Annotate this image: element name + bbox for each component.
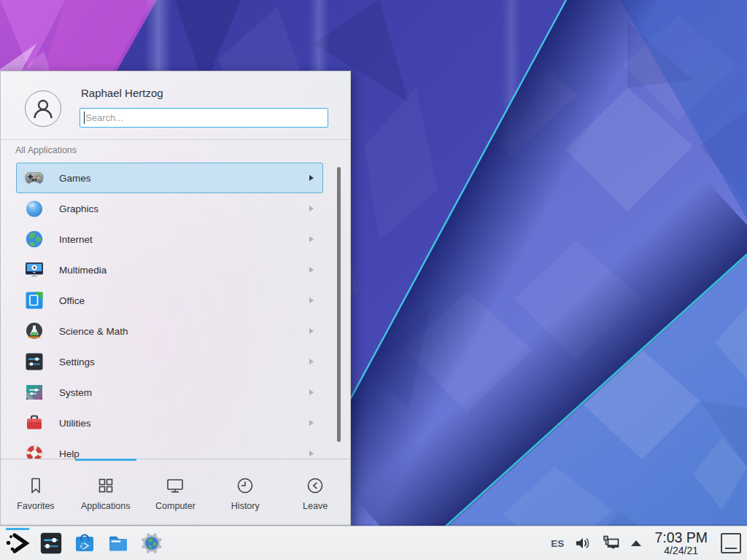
computer-monitor-icon [165,475,185,496]
category-settings[interactable]: Settings [16,346,323,377]
show-desktop-button[interactable] [721,533,741,553]
applications-grid-icon [96,475,116,496]
tab-label: Applications [81,501,130,511]
history-clock-icon [235,475,255,496]
tab-label: Favorites [17,501,54,511]
category-label: Help [59,448,294,459]
discover-store-icon [73,532,96,555]
active-tab-indicator [75,459,136,461]
category-help[interactable]: Help [16,438,323,459]
volume-icon[interactable] [574,534,592,552]
category-graphics[interactable]: Graphics [16,193,323,224]
submenu-arrow-icon [309,451,314,456]
category-label: Multimedia [59,265,294,276]
text-caret [84,112,85,124]
category-office[interactable]: Office [16,285,323,316]
science-flask-icon [25,322,44,341]
category-science-math[interactable]: Science & Math [16,316,323,346]
graphics-sphere-icon [25,199,44,218]
file-manager-icon [107,532,130,555]
wired-network-icon[interactable] [602,534,621,553]
section-label: All Applications [15,145,77,155]
tab-applications[interactable]: Applications [71,459,141,525]
category-label: Office [59,295,294,306]
submenu-arrow-icon [309,420,314,426]
digital-clock[interactable]: 7:03 PM 4/24/21 [654,530,708,556]
tab-label: Leave [303,501,328,511]
category-list: Games Graphics [1,163,350,459]
submenu-arrow-icon [309,298,314,303]
submenu-arrow-icon [309,359,314,365]
office-document-icon [25,291,44,310]
web-browser-task-button[interactable] [137,527,166,559]
games-gamepad-icon [25,168,44,187]
tab-label: History [231,501,260,511]
submenu-arrow-icon [309,389,314,395]
utilities-toolbox-icon [25,413,44,432]
category-system[interactable]: System [16,377,323,408]
header-divider [1,139,350,140]
category-label: System [59,387,294,398]
tab-favorites[interactable]: Favorites [1,459,71,525]
user-icon [30,96,56,122]
tab-computer[interactable]: Computer [141,459,211,525]
launcher-tabbar: Favorites Applications [1,459,350,525]
leave-icon [305,475,325,496]
help-lifebuoy-icon [25,444,44,459]
category-label: Settings [59,357,294,368]
submenu-arrow-icon [309,175,314,181]
clock-time: 7:03 PM [654,530,708,545]
system-settings-icon [39,532,63,555]
system-tray: ES 7:03 PM 4/24/21 [551,530,741,556]
show-desktop-glyph [725,548,737,549]
scrollbar-thumb[interactable] [337,167,341,442]
submenu-arrow-icon [309,328,314,334]
web-browser-icon [140,532,163,555]
search-box [80,108,328,128]
taskbar-panel: ES 7:03 PM 4/24/21 [0,526,747,560]
launcher-header: Raphael Hertzog [1,71,350,139]
submenu-arrow-icon [309,206,314,211]
internet-globe-icon [25,230,44,249]
tab-leave[interactable]: Leave [280,459,350,525]
category-multimedia[interactable]: Multimedia [16,254,323,285]
category-label: Graphics [59,203,294,214]
submenu-arrow-icon [309,267,314,273]
tab-label: Computer [155,501,196,511]
tab-history[interactable]: History [210,459,280,525]
user-avatar[interactable] [25,90,61,127]
settings-sliders-icon [25,352,44,371]
desktop[interactable]: Raphael Hertzog All Applications [0,0,747,560]
category-internet[interactable]: Internet [16,224,323,254]
category-label: Internet [59,234,294,245]
category-label: Games [59,173,294,184]
category-label: Utilities [59,418,294,429]
system-settings-task-button[interactable] [36,527,66,559]
category-label: Science & Math [59,326,294,337]
file-manager-task-button[interactable] [104,527,133,559]
keyboard-layout-indicator[interactable]: ES [551,538,564,549]
category-games[interactable]: Games [16,163,323,193]
category-utilities[interactable]: Utilities [16,408,323,438]
multimedia-player-icon [25,260,44,279]
active-app-indicator [6,528,29,530]
bookmark-icon [26,475,46,496]
search-input[interactable] [80,108,328,128]
kali-menu-icon [5,532,30,555]
user-name: Raphael Hertzog [81,87,163,99]
application-launcher-popup: Raphael Hertzog All Applications [0,71,351,526]
expand-tray-icon[interactable] [631,540,641,546]
system-preferences-icon [25,383,44,402]
discover-task-button[interactable] [70,527,99,559]
clock-date: 4/24/21 [664,545,698,556]
submenu-arrow-icon [309,236,314,242]
app-launcher-button[interactable] [3,527,32,559]
